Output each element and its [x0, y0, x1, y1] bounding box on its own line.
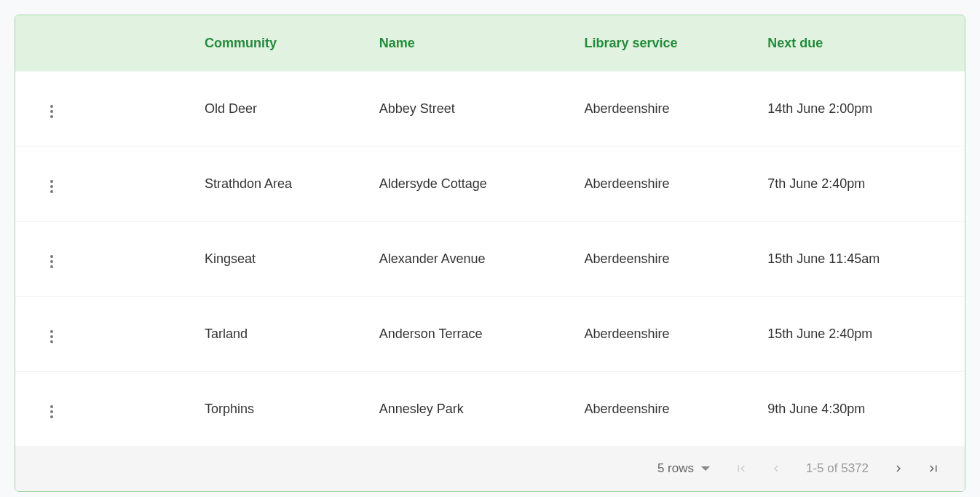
cell-name: Alexander Avenue [365, 222, 570, 297]
cell-service: Aberdeenshire [569, 297, 753, 372]
column-community[interactable]: Community [190, 15, 365, 71]
column-actions [15, 15, 190, 71]
rows-per-page-label: 5 rows [657, 461, 694, 476]
column-name[interactable]: Name [365, 15, 570, 71]
more-vert-icon[interactable] [47, 402, 56, 421]
more-vert-icon[interactable] [47, 177, 56, 196]
table-footer: 5 rows 1-5 of 5372 [15, 446, 965, 491]
more-vert-icon[interactable] [47, 102, 56, 121]
column-due[interactable]: Next due [753, 15, 965, 71]
table-row: Tarland Anderson Terrace Aberdeenshire 1… [15, 297, 965, 372]
table-row: Kingseat Alexander Avenue Aberdeenshire … [15, 222, 965, 297]
cell-community: Strathdon Area [190, 146, 365, 222]
table-header: Community Name Library service Next due [15, 15, 965, 71]
cell-due: 9th June 4:30pm [753, 372, 965, 447]
table-row: Old Deer Abbey Street Aberdeenshire 14th… [15, 71, 965, 146]
cell-name: Aldersyde Cottage [365, 146, 570, 222]
pagination-info: 1-5 of 5372 [806, 461, 869, 476]
first-page-icon[interactable] [732, 459, 751, 478]
cell-name: Anderson Terrace [365, 297, 570, 372]
dropdown-icon [701, 466, 710, 471]
table-body: Old Deer Abbey Street Aberdeenshire 14th… [15, 71, 965, 446]
cell-service: Aberdeenshire [569, 372, 753, 447]
cell-due: 15th June 11:45am [753, 222, 965, 297]
data-table-container: Community Name Library service Next due … [15, 15, 965, 492]
cell-due: 15th June 2:40pm [753, 297, 965, 372]
cell-community: Old Deer [190, 71, 365, 146]
pagination-controls: 1-5 of 5372 [732, 459, 943, 478]
cell-due: 14th June 2:00pm [753, 71, 965, 146]
next-page-icon[interactable] [889, 459, 908, 478]
rows-per-page-selector[interactable]: 5 rows [657, 461, 710, 476]
table-row: Strathdon Area Aldersyde Cottage Aberdee… [15, 146, 965, 222]
cell-name: Abbey Street [365, 71, 570, 146]
last-page-icon[interactable] [924, 459, 943, 478]
more-vert-icon[interactable] [47, 252, 56, 271]
cell-community: Torphins [190, 372, 365, 447]
cell-service: Aberdeenshire [569, 71, 753, 146]
column-service[interactable]: Library service [569, 15, 753, 71]
cell-community: Tarland [190, 297, 365, 372]
cell-community: Kingseat [190, 222, 365, 297]
stops-table: Community Name Library service Next due … [15, 15, 965, 446]
cell-due: 7th June 2:40pm [753, 146, 965, 222]
more-vert-icon[interactable] [47, 327, 56, 346]
table-row: Torphins Annesley Park Aberdeenshire 9th… [15, 372, 965, 447]
cell-name: Annesley Park [365, 372, 570, 447]
cell-service: Aberdeenshire [569, 146, 753, 222]
prev-page-icon[interactable] [767, 459, 786, 478]
cell-service: Aberdeenshire [569, 222, 753, 297]
